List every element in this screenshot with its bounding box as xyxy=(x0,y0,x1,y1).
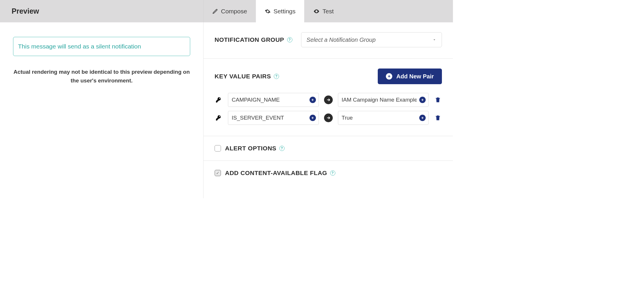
tab-label: Test xyxy=(323,8,334,15)
alert-options-label: ALERT OPTIONS ? xyxy=(225,145,285,152)
plus-circle-icon[interactable]: + xyxy=(419,97,426,103)
topbar: Preview Compose Settings Test xyxy=(0,0,453,22)
content-available-label: ADD CONTENT-AVAILABLE FLAG ? xyxy=(225,170,335,176)
add-new-pair-button[interactable]: + Add New Pair xyxy=(378,69,442,84)
preview-caption: Actual rendering may not be identical to… xyxy=(13,68,190,85)
kv-rows: + + xyxy=(215,93,442,125)
settings-panel: NOTIFICATION GROUP ? Select a Notificati… xyxy=(203,22,453,198)
silent-notification-notice: This message will send as a silent notif… xyxy=(13,37,190,56)
notification-group-label-text: NOTIFICATION GROUP xyxy=(215,36,284,43)
tab-settings[interactable]: Settings xyxy=(256,0,304,22)
kv-row: + + xyxy=(215,111,442,125)
preview-panel: This message will send as a silent notif… xyxy=(0,22,203,198)
add-new-pair-label: Add New Pair xyxy=(396,73,434,80)
notification-group-select[interactable]: Select a Notification Group xyxy=(301,32,442,47)
plus-circle-icon[interactable]: + xyxy=(310,115,316,121)
eye-icon xyxy=(313,8,320,15)
kv-label: KEY VALUE PAIRS ? xyxy=(215,73,279,80)
kv-label-text: KEY VALUE PAIRS xyxy=(215,73,271,80)
tabs-trailing-space xyxy=(342,0,453,22)
gear-icon xyxy=(265,8,271,14)
key-icon xyxy=(215,97,223,103)
key-value-pairs-section: KEY VALUE PAIRS ? + Add New Pair + xyxy=(204,59,453,136)
content-available-checkbox[interactable]: ✓ xyxy=(215,170,221,176)
kv-value-input-wrap: + xyxy=(338,93,429,107)
kv-value-input-wrap: + xyxy=(338,111,429,125)
notification-group-label: NOTIFICATION GROUP ? xyxy=(215,36,292,43)
alert-options-label-text: ALERT OPTIONS xyxy=(225,145,276,152)
help-icon[interactable]: ? xyxy=(279,146,285,151)
plus-circle-icon[interactable]: + xyxy=(310,97,316,103)
help-icon[interactable]: ? xyxy=(287,37,292,42)
notification-group-section: NOTIFICATION GROUP ? Select a Notificati… xyxy=(204,22,453,59)
select-placeholder: Select a Notification Group xyxy=(307,37,376,43)
page-title: Preview xyxy=(0,0,203,22)
alert-options-section: ALERT OPTIONS ? xyxy=(204,136,453,161)
content-columns: This message will send as a silent notif… xyxy=(0,22,453,198)
content-available-label-text: ADD CONTENT-AVAILABLE FLAG xyxy=(225,170,327,176)
kv-key-input[interactable] xyxy=(228,93,319,107)
kv-value-input[interactable] xyxy=(338,93,429,107)
kv-value-input[interactable] xyxy=(338,111,429,125)
tab-test[interactable]: Test xyxy=(304,0,343,22)
trash-icon[interactable] xyxy=(434,97,442,103)
arrow-right-icon xyxy=(324,114,333,122)
alert-options-checkbox[interactable] xyxy=(215,145,221,152)
help-icon[interactable]: ? xyxy=(274,74,279,79)
tab-label: Compose xyxy=(221,8,247,15)
help-icon[interactable]: ? xyxy=(330,170,335,176)
kv-key-input-wrap: + xyxy=(228,93,319,107)
tabs: Compose Settings Test xyxy=(203,0,453,22)
kv-key-input-wrap: + xyxy=(228,111,319,125)
plus-circle-icon[interactable]: + xyxy=(419,115,426,121)
tab-compose[interactable]: Compose xyxy=(203,0,256,22)
plus-circle-icon: + xyxy=(386,73,392,80)
tab-label: Settings xyxy=(274,8,296,15)
trash-icon[interactable] xyxy=(434,115,442,121)
arrow-right-icon xyxy=(324,96,333,104)
pencil-icon xyxy=(212,8,218,14)
chevron-down-icon xyxy=(432,38,436,42)
kv-key-input[interactable] xyxy=(228,111,319,125)
content-available-section: ✓ ADD CONTENT-AVAILABLE FLAG ? xyxy=(204,161,453,185)
kv-row: + + xyxy=(215,93,442,107)
key-icon xyxy=(215,115,223,121)
